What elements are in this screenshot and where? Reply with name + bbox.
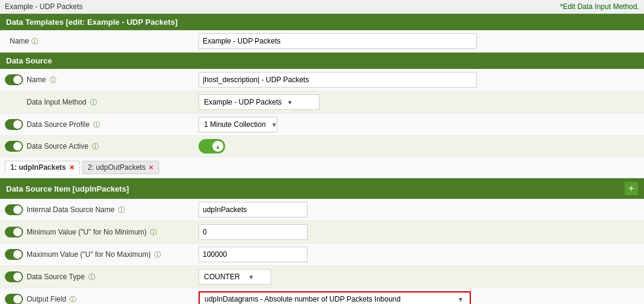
tabs-row: 1: udpInPackets ✕ 2: udpOutPackets ✕	[0, 157, 644, 178]
ds-type-value-cell: COUNTER GAUGE DERIVE ABSOLUTE ▼	[199, 269, 639, 285]
top-bar: Example - UDP Packets *Edit Data Input M…	[0, 0, 644, 14]
ds-name-row: Name ⓘ	[0, 69, 644, 91]
ds-profile-select-wrap: 1 Minute Collection 5 Minute Collection …	[199, 117, 277, 132]
data-input-method-select-wrap: Example - UDP Packets ▼	[199, 94, 320, 110]
internal-name-help-icon[interactable]: ⓘ	[118, 205, 125, 215]
internal-name-toggle[interactable]	[5, 204, 23, 215]
ds-name-help-icon[interactable]: ⓘ	[50, 76, 56, 85]
ds-active-label: Data Source Active	[27, 142, 88, 150]
min-value-toggle[interactable]	[5, 227, 23, 238]
data-input-method-row: Data Input Method ⓘ Example - UDP Packet…	[0, 91, 644, 114]
ds-name-label: Name	[27, 76, 46, 84]
ds-name-input[interactable]	[199, 72, 477, 88]
ds-name-value-cell	[199, 72, 639, 88]
internal-name-value-cell	[199, 202, 639, 218]
data-source-header: Data Source	[0, 53, 644, 69]
ds-type-help-icon[interactable]: ⓘ	[88, 273, 95, 282]
data-input-method-label: Data Input Method	[27, 98, 87, 106]
min-value-input[interactable]	[199, 224, 307, 240]
output-field-label: Output Field	[27, 295, 66, 303]
internal-name-input[interactable]	[199, 202, 307, 218]
tab-udpInPackets[interactable]: 1: udpInPackets ✕	[5, 161, 80, 174]
ds-type-label: Data Source Type	[27, 273, 85, 281]
output-field-toggle[interactable]	[5, 294, 23, 304]
min-value-help-icon[interactable]: ⓘ	[150, 228, 157, 237]
min-value-label: Minimum Value ("U" for No Minimum)	[27, 228, 146, 236]
output-field-help-icon[interactable]: ⓘ	[70, 295, 76, 304]
data-templates-header: Data Templates [edit: Example - UDP Pack…	[0, 14, 644, 30]
ds-profile-value-cell: 1 Minute Collection 5 Minute Collection …	[199, 117, 639, 132]
name-row: Name ⓘ	[0, 30, 644, 53]
tab-udpOutPackets-close-icon[interactable]: ✕	[148, 164, 154, 172]
name-help-icon[interactable]: ⓘ	[31, 37, 38, 46]
data-input-method-help-icon[interactable]: ⓘ	[90, 98, 97, 107]
max-value-help-icon[interactable]: ⓘ	[154, 250, 161, 259]
ds-name-toggle[interactable]	[5, 74, 23, 85]
ds-profile-help-icon[interactable]: ⓘ	[93, 120, 100, 129]
min-value-value-cell	[199, 224, 639, 240]
name-value-cell	[199, 33, 639, 49]
tab-udpOutPackets[interactable]: 2: udpOutPackets ✕	[82, 161, 159, 174]
data-input-method-value-cell: Example - UDP Packets ▼	[199, 94, 639, 110]
ds-profile-label: Data Source Profile	[27, 120, 90, 129]
internal-name-row: Internal Data Source Name ⓘ	[0, 199, 644, 221]
ds-type-select-wrap: COUNTER GAUGE DERIVE ABSOLUTE ▼	[199, 269, 271, 285]
name-label: Name	[10, 37, 29, 45]
data-source-type-row: Data Source Type ⓘ COUNTER GAUGE DERIVE …	[0, 266, 644, 288]
ds-active-up-arrow-icon: ▲	[215, 143, 221, 150]
name-input[interactable]	[199, 33, 477, 49]
output-field-row: Output Field ⓘ udpInDatagrams - Absolute…	[0, 288, 644, 304]
max-value-toggle[interactable]	[5, 249, 23, 260]
data-source-active-row: Data Source Active ⓘ ▲	[0, 136, 644, 157]
min-value-row: Minimum Value ("U" for No Minimum) ⓘ	[0, 221, 644, 244]
max-value-value-cell	[199, 247, 639, 262]
ds-profile-toggle[interactable]	[5, 119, 23, 130]
window-title: Example - UDP Packets	[5, 2, 83, 11]
ds-type-toggle[interactable]	[5, 271, 23, 282]
ds-active-value-cell: ▲	[199, 139, 639, 154]
tab-udpInPackets-label: 1: udpInPackets	[10, 163, 66, 172]
ds-active-toggle[interactable]	[5, 141, 23, 152]
ds-type-select[interactable]: COUNTER GAUGE DERIVE ABSOLUTE	[202, 273, 255, 281]
data-source-item-header: Data Source Item [udpInPackets] +	[0, 178, 644, 199]
output-field-value-cell: udpInDatagrams - Absolute number of UDP …	[199, 291, 639, 304]
max-value-label: Maximum Value ("U" for No Maximum)	[27, 250, 151, 259]
edit-link[interactable]: *Edit Data Input Method.	[560, 2, 639, 11]
ds-active-help-icon[interactable]: ⓘ	[92, 142, 99, 151]
internal-name-label: Internal Data Source Name	[27, 205, 114, 214]
max-value-row: Maximum Value ("U" for No Maximum) ⓘ	[0, 244, 644, 266]
ds-active-knob: ▲	[212, 141, 223, 152]
max-value-input[interactable]	[199, 247, 307, 262]
data-input-method-select[interactable]: Example - UDP Packets	[202, 98, 294, 106]
output-field-select-wrap: udpInDatagrams - Absolute number of UDP …	[199, 291, 471, 304]
tab-udpOutPackets-label: 2: udpOutPackets	[88, 163, 145, 172]
tab-udpInPackets-close-icon[interactable]: ✕	[69, 164, 74, 172]
ds-active-big-toggle[interactable]: ▲	[199, 139, 225, 154]
output-field-select[interactable]: udpInDatagrams - Absolute number of UDP …	[202, 295, 467, 303]
ds-profile-select[interactable]: 1 Minute Collection 5 Minute Collection	[202, 120, 278, 129]
add-data-source-item-button[interactable]: +	[625, 182, 638, 195]
data-source-profile-row: Data Source Profile ⓘ 1 Minute Collectio…	[0, 114, 644, 136]
